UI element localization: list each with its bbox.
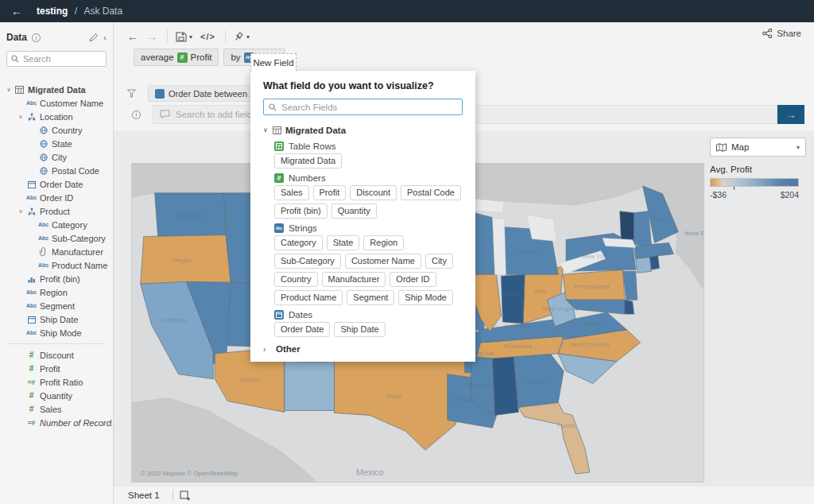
field-row-product-name[interactable]: AbcProduct Name bbox=[0, 258, 112, 272]
field-row-profit-ratio[interactable]: =#Profit Ratio bbox=[0, 375, 112, 389]
field-label: Country bbox=[52, 126, 83, 135]
globe-icon bbox=[37, 140, 50, 148]
field-pill-region[interactable]: Region bbox=[363, 235, 404, 250]
field-pill-category[interactable]: Category bbox=[274, 235, 323, 250]
field-row-ship-mode[interactable]: AbcShip Mode bbox=[0, 326, 112, 339]
map-attribution: © 2022 Mapbox © OpenStreetMap bbox=[141, 470, 238, 477]
field-label: Postal Code bbox=[52, 166, 99, 176]
field-label: Order Date bbox=[40, 180, 83, 189]
field-row-city[interactable]: City bbox=[0, 150, 112, 164]
field-row-postal-code[interactable]: Postal Code bbox=[0, 164, 112, 177]
field-row-country[interactable]: Country bbox=[0, 123, 112, 137]
back-arrow-icon[interactable]: ← bbox=[11, 5, 22, 17]
state-NH[interactable] bbox=[634, 211, 652, 246]
popup-search-input[interactable]: Search Fields bbox=[263, 99, 463, 115]
edit-pencil-icon[interactable] bbox=[89, 33, 98, 42]
field-pill-ship-mode[interactable]: Ship Mode bbox=[398, 290, 453, 305]
chevron-down-icon[interactable]: ∨ bbox=[263, 126, 273, 134]
state-CT[interactable] bbox=[636, 257, 652, 273]
popup-group-dates: Dates bbox=[274, 310, 463, 320]
chevron-down-icon[interactable]: ∨ bbox=[5, 87, 13, 93]
field-pill-profit-bin-[interactable]: Profit (bin) bbox=[274, 204, 328, 219]
field-row-product[interactable]: ∨Product bbox=[0, 204, 112, 218]
chevron-down-icon[interactable]: ∨ bbox=[17, 114, 25, 120]
viz-type-dropdown[interactable]: Map ▾ bbox=[710, 138, 806, 157]
field-row-order-id[interactable]: AbcOrder ID bbox=[0, 191, 112, 204]
field-row-number-of-records[interactable]: =#Number of Records bbox=[0, 416, 112, 429]
field-row-manufacturer[interactable]: Manufacturer bbox=[0, 245, 112, 258]
field-pill-sales[interactable]: Sales bbox=[274, 185, 309, 200]
pin-button[interactable]: ▾ bbox=[234, 32, 250, 42]
field-pill-ship-date[interactable]: Ship Date bbox=[334, 322, 385, 337]
field-label: Ship Mode bbox=[40, 328, 82, 338]
field-pill-order-id[interactable]: Order ID bbox=[390, 272, 436, 287]
ask-data-app: ← testing / Ask Data Data i ‹ Search ∨Mi… bbox=[0, 0, 814, 504]
undo-arrow-icon[interactable]: ← bbox=[127, 30, 138, 43]
share-label: Share bbox=[777, 29, 801, 38]
chevron-right-icon: › bbox=[263, 345, 273, 354]
info-icon[interactable]: i bbox=[32, 33, 41, 42]
submit-query-button[interactable]: → bbox=[777, 105, 804, 124]
viz-toolbar: ← → ▾ </> ▾ bbox=[127, 27, 258, 46]
field-pill-product-name[interactable]: Product Name bbox=[274, 290, 343, 305]
field-pill-country[interactable]: Country bbox=[274, 272, 318, 287]
field-row-location[interactable]: ∨Location bbox=[0, 110, 112, 123]
field-row-quantity[interactable]: #Quantity bbox=[0, 389, 112, 402]
popup-source-row[interactable]: ∨ Migrated Data bbox=[263, 123, 463, 137]
data-pane: Data i ‹ Search ∨Migrated DataAbcCustome… bbox=[0, 22, 114, 504]
field-row-ship-date[interactable]: Ship Date bbox=[0, 312, 112, 326]
field-pill-sub-category[interactable]: Sub-Category bbox=[274, 254, 341, 269]
field-pill-postal-code[interactable]: Postal Code bbox=[401, 185, 461, 200]
abc-icon: Abc bbox=[37, 235, 50, 241]
field-row-state[interactable]: State bbox=[0, 137, 112, 150]
query-pill-average-profit[interactable]: average # Profit bbox=[134, 48, 219, 66]
popup-other-row[interactable]: › Other bbox=[263, 344, 463, 354]
new-field-tab[interactable]: New Field bbox=[250, 53, 297, 72]
field-row-category[interactable]: AbcCategory bbox=[0, 218, 112, 231]
ask-info-icon[interactable]: i bbox=[132, 110, 141, 119]
field-pill-customer-name[interactable]: Customer Name bbox=[345, 254, 421, 269]
new-sheet-icon bbox=[180, 490, 191, 501]
field-row-profit-bin-[interactable]: Profit (bin) bbox=[0, 272, 112, 285]
share-button[interactable]: Share bbox=[762, 29, 801, 38]
data-pane-search[interactable]: Search bbox=[6, 51, 107, 67]
field-pill-city[interactable]: City bbox=[425, 254, 453, 269]
field-pill-segment[interactable]: Segment bbox=[347, 290, 394, 305]
collapse-pane-icon[interactable]: ‹ bbox=[103, 33, 107, 42]
state-DE[interactable] bbox=[625, 300, 634, 314]
new-sheet-button[interactable] bbox=[180, 490, 191, 501]
field-row-migrated-data[interactable]: ∨Migrated Data bbox=[0, 83, 112, 96]
field-pill-migrated-data[interactable]: Migrated Data bbox=[274, 153, 342, 169]
field-row-discount[interactable]: #Discount bbox=[0, 348, 112, 362]
state-label: Louisiana bbox=[452, 396, 479, 403]
embed-code-button[interactable]: </> bbox=[200, 32, 215, 41]
field-row-sales[interactable]: #Sales bbox=[0, 402, 112, 416]
field-pill-manufacturer[interactable]: Manufacturer bbox=[322, 272, 386, 287]
field-pill-quantity[interactable]: Quantity bbox=[331, 204, 377, 219]
save-button[interactable]: ▾ bbox=[176, 32, 192, 42]
field-row-segment[interactable]: AbcSegment bbox=[0, 299, 112, 312]
field-label: Sales bbox=[40, 405, 62, 414]
chevron-down-icon[interactable]: ∨ bbox=[17, 208, 25, 215]
new-field-popup: What field do you want to visualize? Sea… bbox=[250, 71, 475, 362]
field-pill-state[interactable]: State bbox=[327, 235, 360, 250]
state-RI[interactable] bbox=[650, 255, 660, 269]
strings-icon: Abc bbox=[274, 223, 284, 233]
breadcrumb-project[interactable]: testing bbox=[37, 6, 68, 17]
state-label: North Carolina bbox=[571, 341, 610, 348]
field-pill-order-date[interactable]: Order Date bbox=[274, 322, 330, 337]
field-row-profit[interactable]: #Profit bbox=[0, 362, 112, 375]
popup-field-groups: Table RowsMigrated Data#NumbersSalesProf… bbox=[274, 142, 463, 337]
number-icon: # bbox=[25, 391, 38, 400]
field-row-customer-name[interactable]: AbcCustomer Name bbox=[0, 96, 112, 110]
redo-arrow-icon[interactable]: → bbox=[146, 30, 157, 43]
dates-icon bbox=[274, 310, 284, 320]
field-row-region[interactable]: AbcRegion bbox=[0, 285, 112, 299]
field-pill-discount[interactable]: Discount bbox=[350, 185, 397, 200]
nova-scotia-label: Nova S bbox=[684, 230, 704, 237]
sheet-tab[interactable]: Sheet 1 bbox=[122, 490, 166, 500]
field-row-order-date[interactable]: Order Date bbox=[0, 177, 112, 191]
state-IN[interactable] bbox=[501, 274, 525, 324]
field-pill-profit[interactable]: Profit bbox=[313, 185, 347, 200]
field-row-sub-category[interactable]: AbcSub-Category bbox=[0, 231, 112, 245]
